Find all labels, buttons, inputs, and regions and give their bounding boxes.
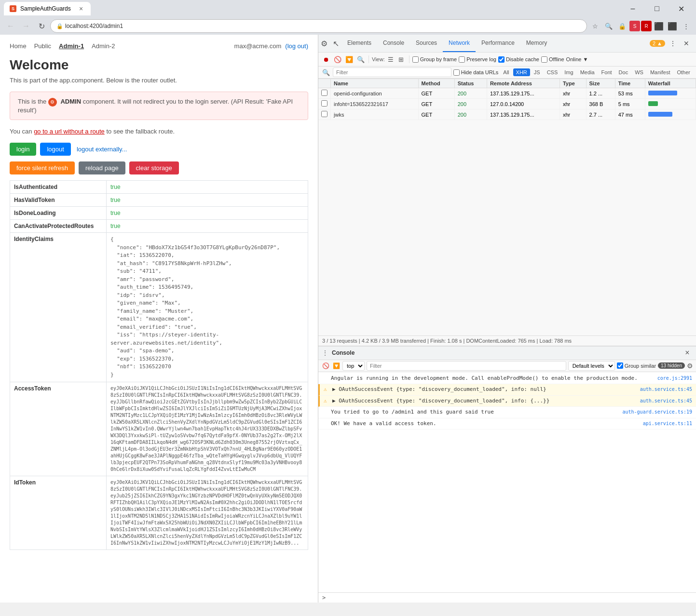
- type-tab-media[interactable]: Media: [577, 68, 598, 76]
- zoom-icon[interactable]: 🔍: [602, 20, 615, 32]
- group-similar-checkbox[interactable]: Group similar: [617, 362, 656, 369]
- clear-log-button[interactable]: 🚫: [333, 54, 342, 64]
- grid-view-button[interactable]: ⊞: [396, 54, 406, 64]
- msg-source[interactable]: api.service.ts:11: [643, 420, 692, 427]
- tab-favicon: S: [10, 5, 16, 12]
- more-options-icon[interactable]: ⋮: [680, 20, 692, 32]
- type-tab-all[interactable]: All: [500, 68, 512, 76]
- network-col-method[interactable]: Method: [418, 79, 454, 88]
- type-tab-js[interactable]: JS: [531, 68, 543, 76]
- devtools-more-icon[interactable]: ⋮: [667, 38, 679, 49]
- type-tab-img[interactable]: Img: [561, 68, 576, 76]
- network-col-status[interactable]: Status: [454, 79, 487, 88]
- msg-source[interactable]: core.js:2991: [657, 375, 692, 382]
- devtools-tab-network[interactable]: Network: [443, 35, 476, 52]
- bookmark-star-icon[interactable]: ☆: [589, 20, 601, 32]
- tab-close-button[interactable]: ×: [77, 5, 85, 13]
- type-tab-font[interactable]: Font: [599, 68, 615, 76]
- extension-icon-3[interactable]: ⬛: [653, 20, 665, 32]
- type-tab-doc[interactable]: Doc: [616, 68, 631, 76]
- network-row[interactable]: infoht=1536522321617 GET 200 127.0.0.142…: [318, 99, 696, 109]
- network-row[interactable]: openid-configuration GET 200 137.135.129…: [318, 88, 696, 99]
- devtools-tab-sources[interactable]: Sources: [410, 35, 443, 52]
- network-col-waterfall[interactable]: Waterfall: [645, 79, 696, 88]
- network-tbody: openid-configuration GET 200 137.135.129…: [318, 88, 696, 120]
- type-tab-manifest[interactable]: Manifest: [647, 68, 673, 76]
- route-link[interactable]: go to a url without a route: [34, 128, 105, 135]
- extension-icon-1[interactable]: S: [629, 21, 640, 31]
- cursor-icon[interactable]: ↖: [330, 38, 341, 49]
- maximize-button[interactable]: □: [646, 2, 668, 15]
- logout-button[interactable]: logout: [40, 143, 70, 156]
- msg-source[interactable]: auth.service.ts:45: [640, 397, 692, 404]
- devtools-warning-count[interactable]: 2 ▲: [650, 40, 665, 47]
- extension-icon-2[interactable]: R: [641, 21, 652, 31]
- row-waterfall: [645, 88, 696, 99]
- devtools-tab-elements[interactable]: Elements: [341, 35, 377, 52]
- nav-admin1[interactable]: Admin-1: [59, 42, 84, 50]
- console-filter-icon[interactable]: 🔽: [332, 362, 341, 370]
- network-col-type[interactable]: Type: [560, 79, 586, 88]
- lock-icon[interactable]: 🔒: [616, 20, 628, 32]
- devtools-tab-console[interactable]: Console: [377, 35, 410, 52]
- row-checkbox[interactable]: [318, 88, 331, 99]
- type-tab-xhr[interactable]: XHR: [513, 68, 530, 76]
- msg-source[interactable]: auth.service.ts:45: [640, 386, 692, 393]
- inspect-icon[interactable]: ⚙: [318, 38, 330, 49]
- login-button[interactable]: login: [10, 143, 36, 156]
- network-filter-input[interactable]: [333, 67, 451, 77]
- extension-icon-4[interactable]: ⬛: [666, 20, 679, 32]
- devtools-tab-memory[interactable]: Memory: [520, 35, 553, 52]
- search-button[interactable]: 🔍: [356, 54, 366, 64]
- admin-alert: This is the ⚙ ADMIN component. It will n…: [10, 92, 308, 120]
- nav-home[interactable]: Home: [10, 42, 27, 50]
- address-input[interactable]: 🔒 localhost:4200/admin1: [50, 19, 587, 33]
- row-checkbox[interactable]: [318, 99, 331, 109]
- reload-page-button[interactable]: reload page: [79, 161, 125, 174]
- logout-externally-button[interactable]: logout externally...: [75, 143, 129, 156]
- row-type: xhr: [560, 109, 586, 120]
- clear-storage-button[interactable]: clear storage: [129, 161, 179, 174]
- force-silent-refresh-button[interactable]: force silent refresh: [10, 161, 75, 174]
- network-col-remote-address[interactable]: Remote Address: [487, 79, 560, 88]
- console-gear-icon[interactable]: ⚙: [687, 362, 693, 370]
- type-tab-css[interactable]: CSS: [544, 68, 561, 76]
- filter-toggle-button[interactable]: 🔽: [344, 54, 354, 64]
- type-tab-other[interactable]: Other: [674, 68, 693, 76]
- devtools-settings-icon[interactable]: ✕: [681, 38, 692, 49]
- row-checkbox[interactable]: [318, 109, 331, 120]
- record-stop-button[interactable]: ⏺: [321, 54, 331, 64]
- hide-data-urls-label[interactable]: Hide data URLs: [453, 69, 499, 76]
- network-col-size[interactable]: Size: [586, 79, 615, 88]
- minimize-button[interactable]: –: [622, 2, 644, 15]
- logout-link[interactable]: (log out): [285, 42, 308, 50]
- offline-checkbox[interactable]: Offline: [541, 56, 564, 63]
- console-filter-input[interactable]: [367, 361, 566, 371]
- network-row[interactable]: jwks GET 200 137.135.129.175... xhr 2.7 …: [318, 109, 696, 120]
- filter-clear-button[interactable]: 🔍: [321, 67, 331, 77]
- nav-admin2[interactable]: Admin-2: [92, 42, 115, 50]
- console-input-row: >: [318, 592, 696, 603]
- console-input[interactable]: [328, 595, 692, 601]
- online-dropdown[interactable]: Online ▼: [566, 56, 588, 62]
- group-by-frame-checkbox[interactable]: Group by frame: [412, 56, 457, 63]
- console-levels-select[interactable]: Default levels: [568, 361, 615, 371]
- type-tab-ws[interactable]: WS: [632, 68, 646, 76]
- forward-button[interactable]: →: [19, 19, 33, 33]
- back-button[interactable]: ←: [4, 19, 17, 33]
- devtools-tab-performance[interactable]: Performance: [476, 35, 520, 52]
- msg-icon: ⚠: [324, 397, 330, 405]
- console-ban-icon[interactable]: 🚫: [321, 362, 330, 370]
- msg-source[interactable]: auth-guard.service.ts:19: [623, 408, 693, 415]
- nav-public[interactable]: Public: [34, 42, 51, 50]
- network-col-time[interactable]: Time: [615, 79, 645, 88]
- console-context-select[interactable]: top: [342, 361, 365, 371]
- list-view-button[interactable]: ☰: [386, 54, 396, 64]
- preserve-log-checkbox[interactable]: Preserve log: [459, 56, 496, 63]
- network-col-name[interactable]: Name: [331, 79, 419, 88]
- reload-button[interactable]: ↻: [35, 19, 48, 33]
- row-remote: 137.135.129.175...: [487, 88, 560, 99]
- close-button[interactable]: ✕: [670, 2, 692, 15]
- console-close-button[interactable]: ×: [682, 348, 692, 358]
- disable-cache-checkbox[interactable]: Disable cache: [498, 56, 539, 63]
